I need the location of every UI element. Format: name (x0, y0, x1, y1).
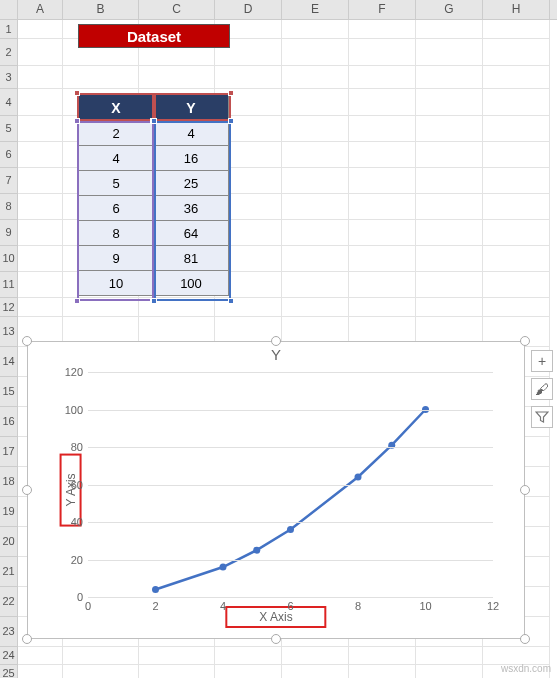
y-tick: 100 (53, 404, 83, 416)
selection-x-header (77, 93, 154, 121)
chart-filter-button[interactable] (531, 406, 553, 428)
svg-point-2 (253, 547, 260, 554)
row-header[interactable]: 1 (0, 20, 17, 39)
row-header[interactable]: 14 (0, 347, 17, 377)
svg-point-4 (355, 474, 362, 481)
row-header[interactable]: 20 (0, 527, 17, 557)
row-header[interactable]: 13 (0, 317, 17, 347)
column-headers[interactable]: ABCDEFGH (0, 0, 557, 20)
row-header[interactable]: 7 (0, 168, 17, 194)
row-header[interactable]: 19 (0, 497, 17, 527)
y-tick: 120 (53, 366, 83, 378)
chart-handle[interactable] (271, 634, 281, 644)
row-header[interactable]: 4 (0, 89, 17, 116)
chart-handle[interactable] (271, 336, 281, 346)
row-header[interactable]: 6 (0, 142, 17, 168)
row-header[interactable]: 25 (0, 665, 17, 678)
svg-point-1 (220, 564, 227, 571)
x-tick: 4 (208, 600, 238, 612)
plus-icon: + (538, 353, 546, 369)
x-tick: 0 (73, 600, 103, 612)
row-header[interactable]: 2 (0, 39, 17, 66)
row-header[interactable]: 5 (0, 116, 17, 142)
chart-handle[interactable] (22, 634, 32, 644)
y-tick: 40 (53, 516, 83, 528)
plot-area[interactable]: 020406080100120024681012 (88, 372, 493, 597)
col-header[interactable]: C (139, 0, 215, 19)
chart-handle[interactable] (520, 634, 530, 644)
x-tick: 10 (411, 600, 441, 612)
chart[interactable]: Y Y Axis X Axis 020406080100120024681012 (27, 341, 525, 639)
chart-handle[interactable] (520, 485, 530, 495)
col-header[interactable]: F (349, 0, 416, 19)
chart-add-element-button[interactable]: + (531, 350, 553, 372)
row-header[interactable]: 12 (0, 298, 17, 317)
chart-handle[interactable] (22, 485, 32, 495)
x-tick: 12 (478, 600, 508, 612)
chart-style-button[interactable]: 🖌 (531, 378, 553, 400)
row-header[interactable]: 9 (0, 220, 17, 246)
chart-handle[interactable] (22, 336, 32, 346)
dataset-banner: Dataset (78, 24, 230, 48)
row-header[interactable]: 3 (0, 66, 17, 89)
col-header[interactable]: B (63, 0, 139, 19)
row-header[interactable]: 8 (0, 194, 17, 220)
chart-handle[interactable] (520, 336, 530, 346)
col-header[interactable]: G (416, 0, 483, 19)
x-tick: 8 (343, 600, 373, 612)
chart-side-buttons: + 🖌 (531, 350, 553, 434)
col-header[interactable]: D (215, 0, 282, 19)
row-header[interactable]: 18 (0, 467, 17, 497)
x-tick: 6 (276, 600, 306, 612)
selection-y-header (154, 93, 231, 121)
brush-icon: 🖌 (535, 381, 549, 397)
y-tick: 80 (53, 441, 83, 453)
svg-point-3 (287, 526, 294, 533)
watermark: wsxdn.com (501, 663, 551, 674)
chart-title[interactable]: Y (28, 346, 524, 363)
svg-point-0 (152, 586, 159, 593)
y-tick: 20 (53, 554, 83, 566)
col-header[interactable]: H (483, 0, 550, 19)
row-header[interactable]: 24 (0, 647, 17, 665)
funnel-icon (535, 410, 549, 424)
row-header[interactable]: 16 (0, 407, 17, 437)
row-header[interactable]: 22 (0, 587, 17, 617)
row-header[interactable]: 11 (0, 272, 17, 298)
col-header[interactable]: E (282, 0, 349, 19)
selection-x-range (77, 121, 154, 301)
row-header[interactable]: 23 (0, 617, 17, 647)
row-header[interactable]: 17 (0, 437, 17, 467)
row-header[interactable]: 10 (0, 246, 17, 272)
selection-y-range (154, 121, 231, 301)
x-tick: 2 (141, 600, 171, 612)
row-header[interactable]: 21 (0, 557, 17, 587)
col-header[interactable] (0, 0, 18, 19)
row-headers[interactable]: 1234567891011121314151617181920212223242… (0, 20, 18, 678)
col-header[interactable]: A (18, 0, 63, 19)
row-header[interactable]: 15 (0, 377, 17, 407)
y-tick: 60 (53, 479, 83, 491)
